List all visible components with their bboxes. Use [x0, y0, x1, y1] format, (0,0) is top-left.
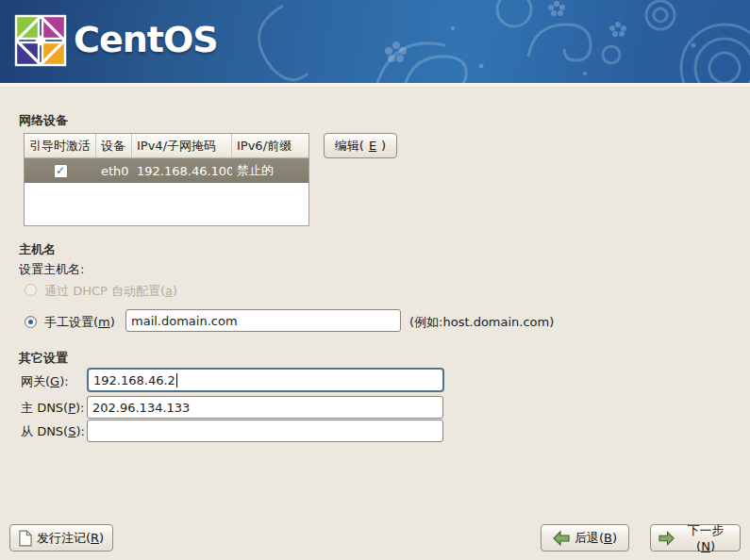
set-hostname-label: 设置主机名: — [19, 261, 84, 278]
back-button[interactable]: 后退(B) — [541, 524, 629, 552]
centos-logo-icon — [13, 13, 68, 68]
primary-dns-label: 主 DNS(P): — [21, 400, 85, 417]
release-notes-button[interactable]: 发行注记(R) — [9, 524, 113, 552]
primary-dns-input-value: 202.96.134.133 — [92, 401, 190, 415]
dhcp-radio — [25, 284, 37, 296]
misc-settings-heading: 其它设置 — [19, 350, 68, 367]
brand-title: CentOS — [74, 19, 218, 60]
hostname-heading: 主机名 — [19, 241, 56, 258]
hostname-example-hint: (例如:host.domain.com) — [409, 314, 554, 331]
table-row[interactable]: eth0 192.168.46.100/24 禁止的 — [25, 158, 308, 183]
device-cell: eth0 — [96, 164, 132, 178]
secondary-dns-input[interactable] — [87, 420, 443, 442]
back-label: 后退(B) — [575, 530, 617, 547]
arrow-right-icon — [658, 531, 675, 546]
ipv4-cell: 192.168.46.100/24 — [132, 164, 232, 178]
manual-radio[interactable] — [25, 316, 37, 328]
gateway-label: 网关(G): — [21, 373, 69, 390]
column-ipv6[interactable]: IPv6/前缀 — [232, 134, 308, 157]
text-caret — [176, 373, 177, 387]
manual-radio-label[interactable]: 手工设置(m) — [44, 314, 115, 331]
network-devices-heading: 网络设备 — [19, 112, 68, 129]
document-icon — [19, 530, 32, 547]
edit-button[interactable]: 编辑(E) — [324, 133, 397, 158]
primary-dns-input[interactable]: 202.96.134.133 — [87, 396, 443, 419]
column-device[interactable]: 设备 — [96, 134, 132, 157]
installer-window: CentOS 网络设备 引导时激活 设备 IPv4/子网掩码 IPv6/前缀 e… — [0, 0, 750, 560]
gateway-input-value: 192.168.46.2 — [93, 373, 175, 387]
hostname-input-value: mail.domain.com — [131, 314, 238, 328]
table-header: 引导时激活 设备 IPv4/子网掩码 IPv6/前缀 — [25, 134, 308, 158]
arrow-left-icon — [553, 531, 570, 546]
dhcp-radio-label: 通过 DHCP 自动配置(a) — [44, 283, 177, 300]
banner-bottom-strip — [0, 83, 750, 88]
release-notes-label: 发行注记(R) — [37, 530, 104, 547]
column-active-on-boot[interactable]: 引导时激活 — [25, 134, 96, 157]
ipv6-cell: 禁止的 — [232, 162, 308, 179]
hostname-input[interactable]: mail.domain.com — [125, 309, 401, 332]
network-device-table: 引导时激活 设备 IPv4/子网掩码 IPv6/前缀 eth0 192.168.… — [24, 133, 309, 226]
gateway-input[interactable]: 192.168.46.2 — [87, 368, 444, 392]
banner: CentOS — [0, 0, 750, 83]
active-on-boot-checkbox[interactable] — [54, 164, 68, 178]
next-button[interactable]: 下一步(N) — [650, 524, 741, 552]
column-ipv4[interactable]: IPv4/子网掩码 — [132, 134, 232, 157]
next-label: 下一步(N) — [679, 522, 732, 553]
secondary-dns-label: 从 DNS(S): — [21, 423, 85, 440]
